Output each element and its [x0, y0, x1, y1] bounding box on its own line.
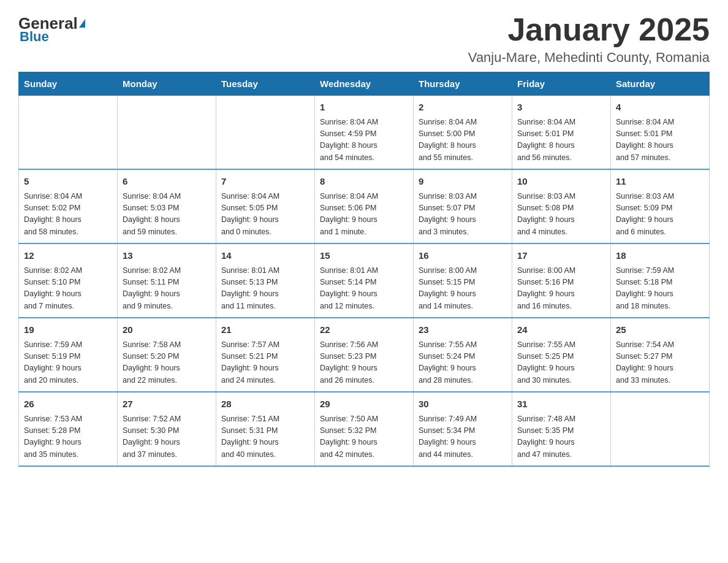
day-number: 3 [517, 101, 605, 115]
day-info: Sunrise: 7:51 AM Sunset: 5:31 PM Dayligh… [221, 413, 309, 461]
calendar-cell: 22Sunrise: 7:56 AM Sunset: 5:23 PM Dayli… [315, 318, 414, 392]
header-wednesday: Wednesday [315, 72, 414, 96]
day-info: Sunrise: 8:04 AM Sunset: 5:05 PM Dayligh… [221, 191, 309, 239]
page-header: General Blue January 2025 Vanju-Mare, Me… [18, 12, 710, 66]
day-number: 23 [419, 323, 507, 337]
day-info: Sunrise: 8:04 AM Sunset: 5:02 PM Dayligh… [24, 191, 112, 239]
day-number: 13 [123, 249, 211, 263]
day-info: Sunrise: 7:58 AM Sunset: 5:20 PM Dayligh… [123, 339, 211, 387]
header-thursday: Thursday [414, 72, 512, 96]
calendar-cell: 23Sunrise: 7:55 AM Sunset: 5:24 PM Dayli… [414, 318, 512, 392]
day-info: Sunrise: 7:53 AM Sunset: 5:28 PM Dayligh… [24, 413, 112, 461]
calendar-cell: 27Sunrise: 7:52 AM Sunset: 5:30 PM Dayli… [118, 392, 216, 466]
calendar-cell: 18Sunrise: 7:59 AM Sunset: 5:18 PM Dayli… [611, 243, 710, 318]
calendar-cell: 28Sunrise: 7:51 AM Sunset: 5:31 PM Dayli… [216, 392, 315, 466]
calendar-cell [611, 392, 710, 466]
calendar-cell [19, 96, 118, 170]
calendar-cell [118, 96, 216, 170]
day-info: Sunrise: 7:49 AM Sunset: 5:34 PM Dayligh… [419, 413, 507, 461]
day-number: 21 [221, 323, 309, 337]
calendar-cell: 16Sunrise: 8:00 AM Sunset: 5:15 PM Dayli… [414, 243, 512, 318]
calendar-cell: 1Sunrise: 8:04 AM Sunset: 4:59 PM Daylig… [315, 96, 414, 170]
calendar-cell: 24Sunrise: 7:55 AM Sunset: 5:25 PM Dayli… [512, 318, 611, 392]
day-info: Sunrise: 8:01 AM Sunset: 5:13 PM Dayligh… [221, 265, 309, 313]
day-number: 18 [616, 249, 704, 263]
day-number: 22 [320, 323, 408, 337]
calendar-cell: 17Sunrise: 8:00 AM Sunset: 5:16 PM Dayli… [512, 243, 611, 318]
calendar-table: Sunday Monday Tuesday Wednesday Thursday… [18, 72, 710, 467]
day-number: 9 [419, 175, 507, 189]
day-number: 31 [517, 397, 605, 412]
day-number: 2 [419, 101, 507, 115]
calendar-cell: 19Sunrise: 7:59 AM Sunset: 5:19 PM Dayli… [19, 318, 118, 392]
day-number: 11 [616, 175, 704, 189]
calendar-cell: 5Sunrise: 8:04 AM Sunset: 5:02 PM Daylig… [19, 169, 118, 243]
calendar-cell: 12Sunrise: 8:02 AM Sunset: 5:10 PM Dayli… [19, 243, 118, 318]
day-info: Sunrise: 8:04 AM Sunset: 5:00 PM Dayligh… [419, 117, 507, 164]
day-number: 16 [419, 249, 507, 263]
day-info: Sunrise: 7:50 AM Sunset: 5:32 PM Dayligh… [320, 413, 408, 461]
day-info: Sunrise: 7:59 AM Sunset: 5:18 PM Dayligh… [616, 265, 704, 313]
day-info: Sunrise: 8:02 AM Sunset: 5:11 PM Dayligh… [123, 265, 211, 313]
day-number: 4 [616, 101, 704, 115]
day-number: 30 [419, 397, 507, 412]
calendar-cell: 4Sunrise: 8:04 AM Sunset: 5:01 PM Daylig… [611, 96, 710, 170]
calendar-cell: 2Sunrise: 8:04 AM Sunset: 5:00 PM Daylig… [414, 96, 512, 170]
calendar-cell: 14Sunrise: 8:01 AM Sunset: 5:13 PM Dayli… [216, 243, 315, 318]
day-number: 24 [517, 323, 605, 337]
calendar-cell: 3Sunrise: 8:04 AM Sunset: 5:01 PM Daylig… [512, 96, 611, 170]
title-section: January 2025 Vanju-Mare, Mehedinti Count… [468, 12, 710, 66]
day-number: 19 [24, 323, 112, 337]
calendar-cell: 11Sunrise: 8:03 AM Sunset: 5:09 PM Dayli… [611, 169, 710, 243]
calendar-week-row: 19Sunrise: 7:59 AM Sunset: 5:19 PM Dayli… [19, 318, 710, 392]
header-saturday: Saturday [611, 72, 710, 96]
calendar-cell [216, 96, 315, 170]
day-info: Sunrise: 7:54 AM Sunset: 5:27 PM Dayligh… [616, 339, 704, 387]
day-number: 28 [221, 397, 309, 412]
day-number: 20 [123, 323, 211, 337]
day-info: Sunrise: 8:03 AM Sunset: 5:07 PM Dayligh… [419, 191, 507, 239]
day-number: 8 [320, 175, 408, 189]
day-info: Sunrise: 7:59 AM Sunset: 5:19 PM Dayligh… [24, 339, 112, 387]
calendar-cell: 7Sunrise: 8:04 AM Sunset: 5:05 PM Daylig… [216, 169, 315, 243]
logo-triangle-icon [79, 19, 85, 28]
calendar-header-row: Sunday Monday Tuesday Wednesday Thursday… [19, 72, 710, 96]
calendar-week-row: 26Sunrise: 7:53 AM Sunset: 5:28 PM Dayli… [19, 392, 710, 466]
calendar-week-row: 1Sunrise: 8:04 AM Sunset: 4:59 PM Daylig… [19, 96, 710, 170]
calendar-cell: 29Sunrise: 7:50 AM Sunset: 5:32 PM Dayli… [315, 392, 414, 466]
calendar-cell: 20Sunrise: 7:58 AM Sunset: 5:20 PM Dayli… [118, 318, 216, 392]
calendar-week-row: 5Sunrise: 8:04 AM Sunset: 5:02 PM Daylig… [19, 169, 710, 243]
calendar-cell: 15Sunrise: 8:01 AM Sunset: 5:14 PM Dayli… [315, 243, 414, 318]
logo: General Blue [18, 12, 85, 45]
calendar-week-row: 12Sunrise: 8:02 AM Sunset: 5:10 PM Dayli… [19, 243, 710, 318]
day-info: Sunrise: 8:00 AM Sunset: 5:15 PM Dayligh… [419, 265, 507, 313]
day-info: Sunrise: 8:04 AM Sunset: 5:01 PM Dayligh… [517, 117, 605, 164]
day-number: 14 [221, 249, 309, 263]
calendar-cell: 30Sunrise: 7:49 AM Sunset: 5:34 PM Dayli… [414, 392, 512, 466]
calendar-cell: 8Sunrise: 8:04 AM Sunset: 5:06 PM Daylig… [315, 169, 414, 243]
month-title: January 2025 [468, 12, 710, 47]
day-number: 17 [517, 249, 605, 263]
logo-blue-text: Blue [20, 29, 49, 45]
calendar-cell: 9Sunrise: 8:03 AM Sunset: 5:07 PM Daylig… [414, 169, 512, 243]
day-number: 29 [320, 397, 408, 412]
day-info: Sunrise: 8:03 AM Sunset: 5:08 PM Dayligh… [517, 191, 605, 239]
day-info: Sunrise: 7:52 AM Sunset: 5:30 PM Dayligh… [123, 413, 211, 461]
location-subtitle: Vanju-Mare, Mehedinti County, Romania [468, 50, 710, 66]
calendar-cell: 31Sunrise: 7:48 AM Sunset: 5:35 PM Dayli… [512, 392, 611, 466]
header-monday: Monday [118, 72, 216, 96]
calendar-cell: 6Sunrise: 8:04 AM Sunset: 5:03 PM Daylig… [118, 169, 216, 243]
day-info: Sunrise: 7:56 AM Sunset: 5:23 PM Dayligh… [320, 339, 408, 387]
day-number: 15 [320, 249, 408, 263]
day-number: 10 [517, 175, 605, 189]
calendar-cell: 26Sunrise: 7:53 AM Sunset: 5:28 PM Dayli… [19, 392, 118, 466]
day-number: 7 [221, 175, 309, 189]
header-tuesday: Tuesday [216, 72, 315, 96]
header-sunday: Sunday [19, 72, 118, 96]
day-number: 5 [24, 175, 112, 189]
day-number: 12 [24, 249, 112, 263]
calendar-cell: 25Sunrise: 7:54 AM Sunset: 5:27 PM Dayli… [611, 318, 710, 392]
calendar-cell: 21Sunrise: 7:57 AM Sunset: 5:21 PM Dayli… [216, 318, 315, 392]
day-info: Sunrise: 8:04 AM Sunset: 5:01 PM Dayligh… [616, 117, 704, 164]
day-info: Sunrise: 8:00 AM Sunset: 5:16 PM Dayligh… [517, 265, 605, 313]
